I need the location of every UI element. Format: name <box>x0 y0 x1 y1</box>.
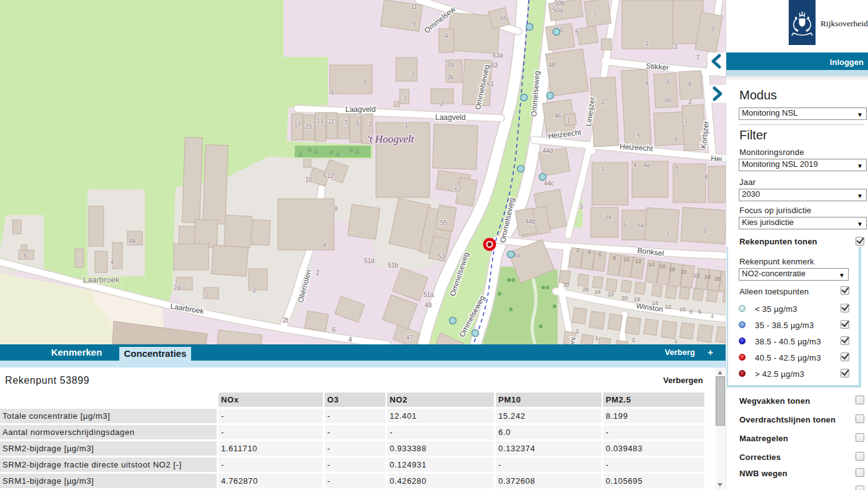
svg-text:10: 10 <box>679 306 686 312</box>
svg-text:13: 13 <box>317 118 324 124</box>
svg-text:2: 2 <box>632 337 635 343</box>
svg-text:50a: 50a <box>553 7 563 14</box>
svg-text:4: 4 <box>645 80 649 87</box>
svg-text:1: 1 <box>674 338 678 344</box>
svg-text:1: 1 <box>595 335 598 341</box>
svg-text:24: 24 <box>704 274 711 280</box>
svg-text:Laagveld: Laagveld <box>435 113 466 122</box>
svg-text:22: 22 <box>694 272 700 279</box>
svg-text:55: 55 <box>440 219 448 226</box>
svg-text:11: 11 <box>328 118 335 125</box>
svg-text:44b: 44b <box>525 218 536 225</box>
svg-text:'t Hoogvelt: 't Hoogvelt <box>367 133 415 145</box>
svg-text:44c: 44c <box>544 180 554 187</box>
svg-text:5a: 5a <box>637 222 644 229</box>
svg-text:2: 2 <box>316 269 320 276</box>
svg-text:49: 49 <box>425 302 432 309</box>
svg-text:65: 65 <box>500 15 508 22</box>
svg-text:10: 10 <box>305 176 313 183</box>
svg-text:3: 3 <box>252 287 256 294</box>
svg-text:18: 18 <box>634 296 640 302</box>
svg-text:50b: 50b <box>555 0 565 7</box>
svg-text:12: 12 <box>665 304 671 310</box>
svg-text:2t: 2t <box>283 317 289 324</box>
svg-text:14: 14 <box>648 261 654 268</box>
svg-text:5: 5 <box>575 29 579 36</box>
svg-text:1: 1 <box>601 166 604 172</box>
svg-text:10: 10 <box>623 256 629 262</box>
svg-text:7: 7 <box>344 119 348 126</box>
svg-text:6: 6 <box>24 252 27 259</box>
svg-text:6: 6 <box>676 164 679 171</box>
svg-text:6: 6 <box>698 309 701 315</box>
svg-text:8: 8 <box>613 255 616 261</box>
svg-text:3: 3 <box>411 70 415 77</box>
svg-text:18: 18 <box>669 266 675 272</box>
svg-text:5: 5 <box>637 132 641 139</box>
svg-text:3: 3 <box>368 121 372 128</box>
svg-text:2: 2 <box>205 292 209 299</box>
svg-text:17: 17 <box>294 122 302 129</box>
svg-text:9: 9 <box>711 26 715 32</box>
svg-text:6: 6 <box>331 89 335 96</box>
svg-text:9: 9 <box>412 21 416 28</box>
svg-text:5: 5 <box>363 78 367 85</box>
svg-text:1: 1 <box>403 95 407 102</box>
svg-text:57: 57 <box>455 187 462 194</box>
svg-text:4: 4 <box>323 242 327 249</box>
svg-text:4: 4 <box>348 336 352 343</box>
svg-text:6: 6 <box>332 326 336 333</box>
svg-text:4: 4 <box>711 313 714 319</box>
svg-text:4: 4 <box>445 32 448 39</box>
svg-text:8: 8 <box>334 206 338 212</box>
svg-text:7: 7 <box>696 54 700 61</box>
svg-text:4: 4 <box>633 162 637 169</box>
svg-text:2b: 2b <box>447 74 455 81</box>
svg-text:4: 4 <box>588 249 591 255</box>
svg-text:20: 20 <box>621 295 628 301</box>
svg-text:26: 26 <box>583 286 589 292</box>
svg-text:46: 46 <box>555 112 562 119</box>
svg-text:8: 8 <box>704 174 708 181</box>
svg-text:63: 63 <box>491 62 498 69</box>
svg-text:12: 12 <box>635 258 641 264</box>
svg-text:6b: 6b <box>664 97 672 104</box>
svg-text:4a: 4a <box>643 162 651 169</box>
svg-text:16: 16 <box>659 263 666 269</box>
svg-text:2: 2 <box>576 247 579 253</box>
svg-text:8: 8 <box>688 81 692 88</box>
svg-text:2: 2 <box>601 98 605 105</box>
svg-text:44d: 44d <box>543 148 553 154</box>
svg-text:24: 24 <box>594 289 601 295</box>
svg-text:15: 15 <box>305 123 313 130</box>
svg-text:47: 47 <box>406 334 413 341</box>
svg-text:Laarbroek: Laarbroek <box>83 275 120 284</box>
svg-text:5: 5 <box>356 120 360 127</box>
svg-text:61: 61 <box>487 81 495 88</box>
svg-text:63a: 63a <box>493 52 503 59</box>
svg-text:4: 4 <box>111 259 114 266</box>
svg-text:Laagveld: Laagveld <box>345 105 376 114</box>
svg-text:8: 8 <box>689 309 693 315</box>
svg-text:12: 12 <box>327 172 335 179</box>
svg-text:2a: 2a <box>174 284 181 291</box>
svg-text:2: 2 <box>440 100 444 107</box>
svg-text:1: 1 <box>645 40 649 47</box>
svg-text:3a: 3a <box>604 214 612 221</box>
svg-text:20: 20 <box>681 269 687 275</box>
svg-text:51a: 51a <box>423 291 434 298</box>
svg-text:9: 9 <box>703 228 707 234</box>
svg-text:2: 2 <box>576 328 579 334</box>
svg-text:2a: 2a <box>447 61 455 68</box>
svg-text:1: 1 <box>567 117 571 124</box>
svg-text:6: 6 <box>598 251 601 258</box>
svg-text:51b: 51b <box>388 262 398 269</box>
svg-text:53: 53 <box>438 253 445 260</box>
svg-text:1: 1 <box>405 122 408 129</box>
svg-text:51d: 51d <box>364 258 375 264</box>
svg-text:7: 7 <box>593 12 597 19</box>
svg-text:5: 5 <box>623 222 627 229</box>
svg-text:30: 30 <box>563 282 569 288</box>
svg-text:4a: 4a <box>129 238 136 244</box>
svg-text:3: 3 <box>674 43 678 50</box>
